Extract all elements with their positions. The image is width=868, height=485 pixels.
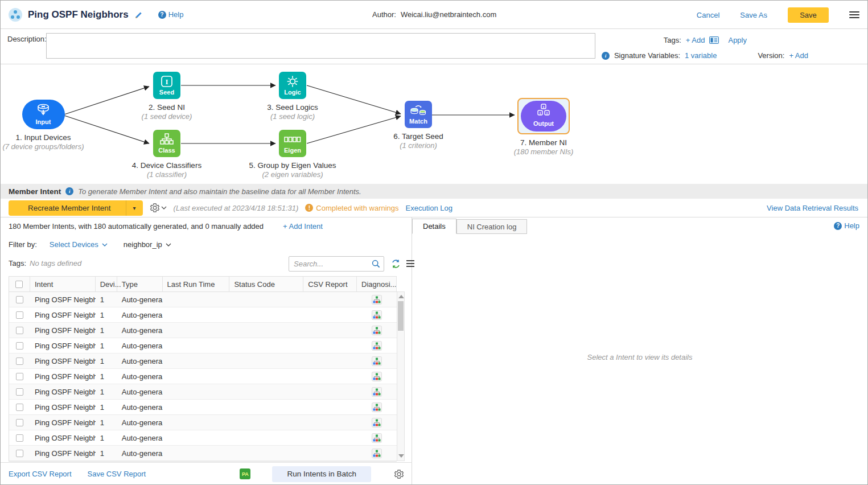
row-checkbox[interactable] (16, 327, 23, 334)
tags-list-icon[interactable] (709, 36, 719, 44)
recreate-settings-button[interactable] (150, 203, 167, 213)
diagnosis-tree-icon[interactable] (372, 372, 382, 381)
flow-node-member-ni[interactable]: I I I Output 7. Member NI (180 member NI… (489, 98, 598, 156)
save-csv-report-link[interactable]: Save CSV Report (88, 470, 146, 478)
header-help[interactable]: ? Help (158, 10, 184, 19)
table-row[interactable]: Ping OSPF Neigbho... 1 Auto-genera... (9, 354, 397, 369)
save-as-button[interactable]: Save As (740, 11, 767, 19)
scroll-up-arrow[interactable] (398, 295, 404, 298)
table-row[interactable]: Ping OSPF Neigbho... 1 Auto-genera... (9, 446, 397, 461)
row-intent-name[interactable]: Ping OSPF Neigbho... (30, 326, 96, 335)
row-checkbox[interactable] (16, 419, 23, 426)
view-data-retrieval-results-link[interactable]: View Data Retrieval Results (767, 204, 858, 212)
tags-apply-button[interactable]: Apply (728, 36, 747, 44)
execution-status: ! Completed with warnings (305, 204, 398, 212)
row-intent-name[interactable]: Ping OSPF Neigbho... (30, 342, 96, 350)
flow-node-group-by-eigen[interactable]: Eigen 5. Group by Eigen Values (2 eigen … (238, 130, 347, 179)
eigen-values-icon (284, 133, 301, 146)
input-cylinder-icon (36, 103, 51, 118)
search-icon[interactable] (372, 260, 384, 268)
col-diagnosis[interactable]: Diagnosi... (357, 277, 397, 291)
col-type[interactable]: Type (117, 277, 163, 291)
diagnosis-tree-icon[interactable] (372, 449, 382, 458)
save-button[interactable]: Save (788, 7, 829, 23)
row-intent-name[interactable]: Ping OSPF Neigbho... (30, 357, 96, 365)
search-input[interactable] (289, 260, 372, 268)
flow-node-input-devices[interactable]: Input 1. Input Devices (7 device groups/… (0, 100, 97, 151)
row-checkbox[interactable] (16, 434, 23, 442)
table-row[interactable]: Ping OSPF Neigbho... 1 Auto-genera... (9, 338, 397, 354)
row-checkbox[interactable] (16, 342, 23, 350)
table-row[interactable]: Ping OSPF Neigbho... 1 Auto-genera... (9, 400, 397, 415)
scrollbar-thumb[interactable] (398, 301, 404, 331)
description-input[interactable] (46, 33, 595, 59)
col-last-run-time[interactable]: Last Run Time (163, 277, 230, 291)
execution-log-link[interactable]: Execution Log (406, 204, 452, 212)
select-all-checkbox[interactable] (15, 281, 23, 288)
tags-add-button[interactable]: + Add (686, 36, 705, 44)
row-checkbox[interactable] (16, 311, 23, 319)
intent-flow-diagram: Input 1. Input Devices (7 device groups/… (1, 65, 867, 184)
diagnosis-tree-icon[interactable] (372, 326, 382, 335)
table-row[interactable]: Ping OSPF Neigbho... 1 Auto-genera... (9, 323, 397, 338)
recreate-member-intent-button[interactable]: Recreate Member Intent ▾ (9, 200, 143, 216)
row-checkbox[interactable] (16, 388, 23, 396)
flow-node-seed-ni[interactable]: I Seed 2. Seed NI (1 seed device) (113, 72, 221, 121)
flow-node-seed-logics[interactable]: Logic 3. Seed Logics (1 seed logic) (238, 72, 347, 121)
export-csv-report-link[interactable]: Export CSV Report (9, 470, 72, 478)
refresh-icon[interactable] (391, 259, 401, 269)
diagnosis-tree-icon[interactable] (372, 402, 382, 412)
diagnosis-tree-icon[interactable] (372, 295, 382, 305)
cancel-button[interactable]: Cancel (697, 11, 719, 19)
menu-icon[interactable] (849, 11, 859, 19)
row-checkbox[interactable] (16, 373, 23, 380)
diagnosis-tree-icon[interactable] (372, 433, 382, 443)
details-help[interactable]: ? Help (834, 221, 859, 230)
col-devices[interactable]: Devi... (96, 277, 117, 291)
row-intent-name[interactable]: Ping OSPF Neigbho... (30, 388, 96, 396)
diagnosis-tree-icon[interactable] (372, 418, 382, 428)
diagnosis-tree-icon[interactable] (372, 356, 382, 366)
description-label: Description: (7, 35, 47, 43)
diagnosis-tree-icon[interactable] (372, 310, 382, 320)
neighbor-ip-dropdown[interactable]: neighbor_ip (124, 240, 171, 249)
col-status-code[interactable]: Status Code (229, 277, 303, 291)
flow-node-target-seed[interactable]: Match 6. Target Seed (1 criterion) (364, 101, 472, 150)
table-row[interactable]: Ping OSPF Neigbho... 1 Auto-genera... (9, 430, 397, 446)
version-add-button[interactable]: + Add (789, 51, 808, 60)
scroll-down-arrow[interactable] (398, 454, 404, 458)
select-devices-dropdown[interactable]: Select Devices (50, 240, 108, 249)
row-intent-name[interactable]: Ping OSPF Neigbho... (30, 372, 96, 381)
table-row[interactable]: Ping OSPF Neigbho... 1 Auto-genera... (9, 307, 397, 323)
row-intent-name[interactable]: Ping OSPF Neigbho... (30, 295, 96, 304)
row-intent-name[interactable]: Ping OSPF Neigbho... (30, 434, 96, 442)
row-checkbox[interactable] (16, 404, 23, 411)
pa-badge-icon: PA (240, 468, 250, 479)
table-row[interactable]: Ping OSPF Neigbho... 1 Auto-genera... (9, 415, 397, 430)
table-row[interactable]: Ping OSPF Neigbho... 1 Auto-genera... (9, 369, 397, 384)
signature-value-link[interactable]: 1 variable (685, 51, 717, 60)
table-row[interactable]: Ping OSPF Neigbho... 1 Auto-genera... (9, 384, 397, 400)
flow-node-device-classifiers[interactable]: Class 4. Device Classifiers (1 classifie… (113, 130, 221, 179)
diagnosis-tree-icon[interactable] (372, 341, 382, 351)
row-checkbox[interactable] (16, 450, 23, 457)
edit-title-icon[interactable] (134, 10, 143, 19)
tab-ni-creation-log[interactable]: NI Creation log (456, 219, 528, 234)
add-intent-button[interactable]: + Add Intent (283, 222, 323, 231)
diagnosis-tree-icon[interactable] (372, 387, 382, 397)
tags-empty-text: No tags defined (30, 259, 81, 268)
table-row[interactable]: Ping OSPF Neigbho... 1 Auto-genera... (9, 292, 397, 307)
col-intent[interactable]: Intent (30, 277, 96, 291)
tab-details[interactable]: Details (412, 219, 456, 234)
row-intent-name[interactable]: Ping OSPF Neigbho... (30, 449, 96, 458)
recreate-dropdown-caret[interactable]: ▾ (126, 200, 143, 216)
row-intent-name[interactable]: Ping OSPF Neigbho... (30, 311, 96, 319)
row-intent-name[interactable]: Ping OSPF Neigbho... (30, 403, 96, 412)
row-checkbox[interactable] (16, 296, 23, 303)
run-intents-in-batch-button[interactable]: Run Intents in Batch (272, 466, 371, 482)
table-scrollbar[interactable] (397, 291, 405, 461)
row-intent-name[interactable]: Ping OSPF Neigbho... (30, 418, 96, 427)
row-checkbox[interactable] (16, 357, 23, 365)
batch-settings-button[interactable] (394, 469, 404, 479)
col-csv-report[interactable]: CSV Report (303, 277, 357, 291)
